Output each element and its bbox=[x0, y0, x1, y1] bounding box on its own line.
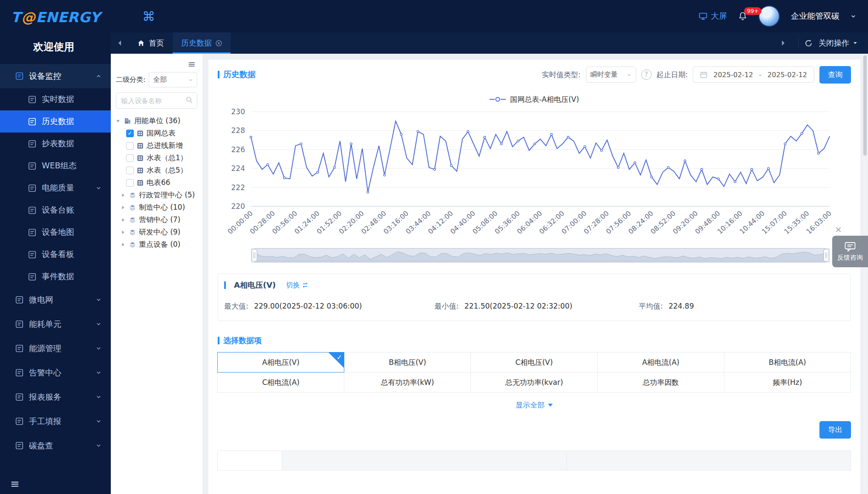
tree-node-group[interactable]: 营销中心 (7) bbox=[121, 214, 197, 226]
feedback-button[interactable]: 反馈咨询 bbox=[832, 236, 868, 267]
device-checkbox[interactable] bbox=[126, 167, 134, 174]
scrollbar-track[interactable] bbox=[863, 55, 867, 491]
tree-node-device[interactable]: 水表（总1） bbox=[126, 152, 197, 164]
scrollbar-thumb[interactable] bbox=[863, 55, 867, 156]
sidebar-item-device-ledger[interactable]: 设备台账 bbox=[0, 199, 111, 221]
sidebar-item-history-data[interactable]: 历史数据 bbox=[0, 110, 111, 133]
data-item-option[interactable]: A相电压(V)✓ bbox=[217, 352, 344, 373]
sidebar-item-energy-mgmt[interactable]: 能源管理 bbox=[0, 336, 111, 361]
tree-node-device[interactable]: 总进线新增 bbox=[126, 139, 197, 152]
device-checkbox[interactable]: ✓ bbox=[126, 130, 134, 137]
big-screen-link[interactable]: 大屏 bbox=[699, 11, 727, 22]
data-item-option[interactable]: C相电压(V) bbox=[470, 352, 597, 373]
tabs-scroll-right-icon[interactable] bbox=[774, 40, 792, 46]
data-item-option[interactable]: B相电流(A) bbox=[724, 352, 851, 373]
chart-legend[interactable]: 国网总表-A相电压(V) bbox=[218, 92, 851, 107]
tree-node-label: 研发中心 (9) bbox=[139, 227, 180, 237]
data-item-option[interactable]: B相电压(V) bbox=[344, 352, 471, 373]
date-end-value[interactable]: 2025-02-12 bbox=[767, 71, 807, 79]
tree-node-label: 总进线新增 bbox=[147, 141, 183, 150]
sidebar-item-web-scada[interactable]: WEB组态 bbox=[0, 155, 111, 177]
org-name[interactable]: 企业能管双碳 bbox=[791, 11, 839, 22]
data-item-option[interactable]: C相电流(A) bbox=[217, 372, 344, 393]
tree-node-device[interactable]: 水表（总5） bbox=[126, 164, 197, 176]
tab-close-icon[interactable] bbox=[216, 40, 222, 46]
sidebar-item-report-service[interactable]: 报表服务 bbox=[0, 385, 111, 409]
tree-node-group[interactable]: 制造中心 (10) bbox=[121, 201, 197, 214]
history-data-icon bbox=[28, 118, 36, 126]
switch-link[interactable]: 切换 bbox=[286, 281, 309, 290]
meter-icon bbox=[137, 155, 144, 162]
min-label: 最小值: bbox=[435, 302, 459, 310]
tab-home[interactable]: 首页 bbox=[129, 32, 173, 54]
datazoom-slider[interactable] bbox=[251, 248, 830, 263]
svg-text:224: 224 bbox=[231, 164, 245, 173]
tree-node-label: 水表（总1） bbox=[147, 153, 187, 163]
tabs-scroll-left-icon[interactable] bbox=[111, 32, 129, 54]
device-checkbox[interactable] bbox=[126, 154, 134, 162]
avg-label: 平均值: bbox=[639, 302, 663, 310]
device-checkbox[interactable] bbox=[126, 179, 134, 187]
tree-node-root[interactable]: 用能单位 (36) bbox=[116, 115, 197, 127]
show-all-link[interactable]: 显示全部 bbox=[218, 400, 851, 410]
realtime-type-select[interactable]: 瞬时变量 bbox=[586, 66, 636, 83]
sidebar-item-manual-report[interactable]: 手工填报 bbox=[0, 409, 111, 433]
page-header: 历史数据 实时值类型: 瞬时变量 ? 起止日期: 2025-02-1 bbox=[218, 65, 851, 84]
meter-reading-data-icon bbox=[28, 140, 36, 148]
sidebar-footer: ≡ bbox=[0, 474, 111, 494]
data-item-option[interactable]: 频率(Hz) bbox=[724, 372, 851, 393]
export-button[interactable]: 导出 bbox=[819, 421, 851, 439]
tree-node-device[interactable]: 电表66 bbox=[126, 176, 197, 189]
sidebar-item-realtime-data[interactable]: 实时数据 bbox=[0, 88, 111, 110]
caret-right-icon[interactable] bbox=[121, 193, 126, 197]
sidebar-item-carbon-audit[interactable]: 碳盘查 bbox=[0, 433, 111, 458]
close-operations-button[interactable]: 关闭操作 bbox=[819, 38, 858, 48]
refresh-icon[interactable] bbox=[805, 39, 813, 47]
sidebar-item-alarm-center[interactable]: 告警中心 bbox=[0, 361, 111, 385]
notifications-button[interactable]: 99+ bbox=[738, 12, 747, 21]
data-item-option[interactable]: 总功率因数 bbox=[597, 372, 724, 393]
apps-icon[interactable]: ⌘ bbox=[142, 9, 155, 24]
sidebar-item-meter-reading-data[interactable]: 抄表数据 bbox=[0, 133, 111, 155]
panel-collapse-icon[interactable]: ≡ bbox=[188, 59, 196, 69]
tree-node-group[interactable]: 重点设备 (0) bbox=[121, 238, 197, 251]
sidebar-item-energy-unit[interactable]: 能耗单元 bbox=[0, 312, 111, 336]
data-item-option[interactable]: 总无功功率(kvar) bbox=[470, 372, 597, 393]
max-label: 最大值: bbox=[224, 302, 248, 310]
tab-home-label: 首页 bbox=[149, 38, 164, 48]
device-checkbox[interactable] bbox=[126, 142, 134, 150]
feedback-close-icon[interactable]: × bbox=[835, 225, 842, 234]
caret-right-icon[interactable] bbox=[121, 218, 126, 222]
data-item-option[interactable]: 总有功功率(kW) bbox=[344, 372, 471, 393]
sidebar-item-event-data[interactable]: 事件数据 bbox=[0, 266, 111, 288]
tree-node-device[interactable]: ✓国网总表 bbox=[126, 127, 197, 139]
layers-icon bbox=[129, 241, 136, 248]
device-search-input[interactable] bbox=[116, 92, 197, 109]
close-operations-label: 关闭操作 bbox=[819, 38, 849, 48]
tree-node-label: 制造中心 (10) bbox=[139, 202, 185, 212]
page-title: 历史数据 bbox=[223, 69, 256, 80]
sidebar-item-microgrid[interactable]: 微电网 bbox=[0, 288, 111, 312]
chevron-down-icon[interactable] bbox=[851, 14, 856, 19]
sidebar-item-power-quality[interactable]: 电能质量 bbox=[0, 177, 111, 199]
sidebar-item-device-map[interactable]: 设备地图 bbox=[0, 221, 111, 243]
caret-right-icon[interactable] bbox=[121, 205, 126, 210]
tab-history-data[interactable]: 历史数据 bbox=[173, 32, 231, 54]
query-button[interactable]: 查询 bbox=[819, 66, 851, 84]
sidebar-item-label: 抄表数据 bbox=[42, 138, 74, 149]
data-item-option[interactable]: A相电流(A) bbox=[597, 352, 724, 373]
collapse-menu-icon[interactable]: ≡ bbox=[10, 477, 20, 490]
sidebar-item-device-monitor[interactable]: 设备监控 bbox=[0, 64, 111, 88]
user-avatar[interactable] bbox=[758, 6, 780, 27]
tree-node-group[interactable]: 研发中心 (9) bbox=[121, 226, 197, 238]
caret-down-icon[interactable] bbox=[116, 119, 121, 123]
date-start-value[interactable]: 2025-02-12 bbox=[713, 71, 753, 79]
report-service-icon bbox=[15, 393, 23, 401]
date-range-picker[interactable]: 2025-02-12 - 2025-02-12 bbox=[693, 66, 814, 83]
sidebar-item-device-board[interactable]: 设备看板 bbox=[0, 243, 111, 266]
tree-node-group[interactable]: 行政管理中心 (5) bbox=[121, 189, 197, 201]
secondary-class-select[interactable]: 全部 bbox=[149, 72, 197, 87]
caret-right-icon[interactable] bbox=[121, 243, 126, 247]
caret-right-icon[interactable] bbox=[121, 230, 126, 234]
help-icon[interactable]: ? bbox=[641, 69, 652, 80]
